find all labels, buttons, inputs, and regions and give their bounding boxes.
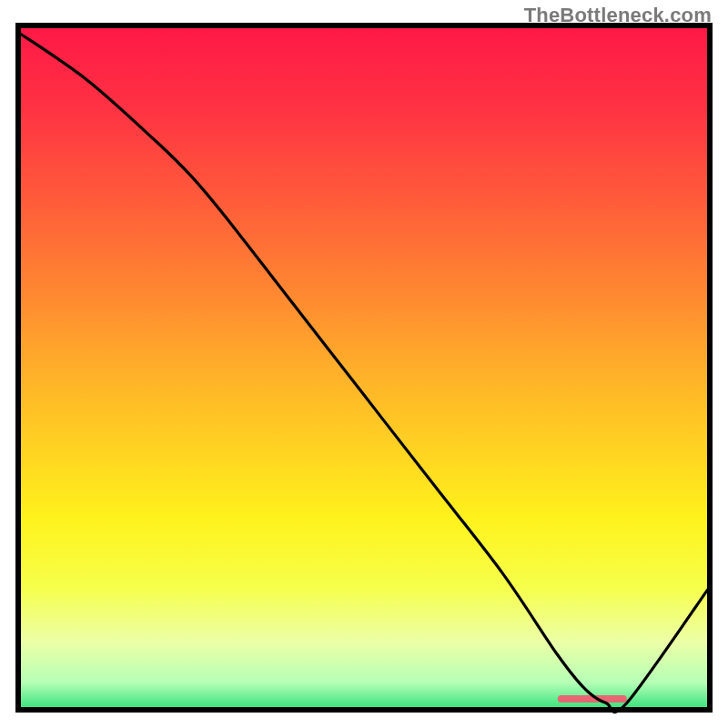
chart-stage: TheBottleneck.com [0, 0, 728, 728]
watermark-text: TheBottleneck.com [524, 4, 712, 27]
bottleneck-chart [0, 0, 728, 728]
plot-background [18, 25, 710, 710]
